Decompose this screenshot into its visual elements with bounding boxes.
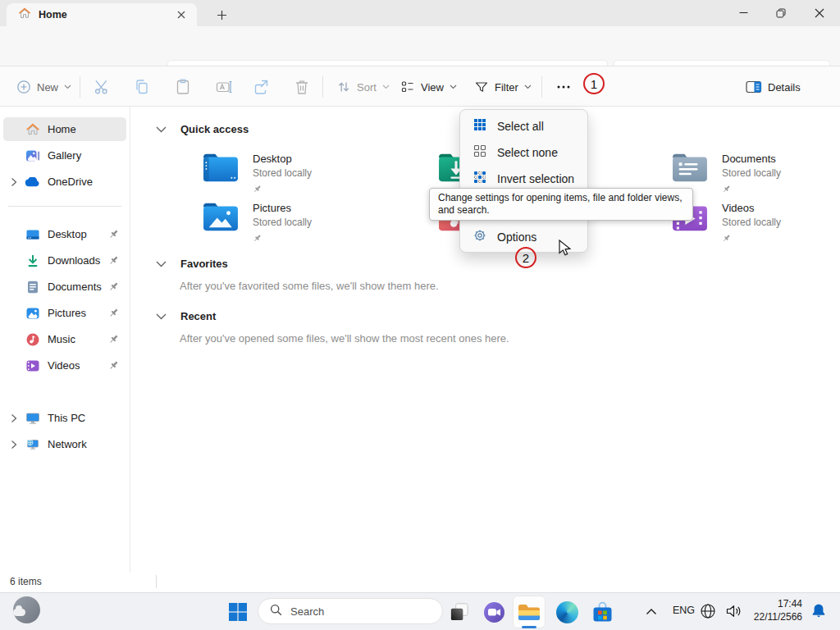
new-tab-button[interactable]	[212, 6, 231, 24]
onedrive-icon	[25, 174, 40, 189]
search-icon	[270, 604, 282, 619]
chevron-down-icon[interactable]	[156, 313, 167, 320]
view-button[interactable]: View	[395, 75, 462, 99]
see-more-button[interactable]	[551, 75, 576, 99]
chevron-right-icon[interactable]	[3, 440, 25, 450]
sidebar-item-home[interactable]: Home	[3, 117, 126, 141]
home-icon	[25, 121, 40, 137]
favorites-empty-text: After you've favorited some files, we'll…	[180, 280, 439, 292]
chevron-right-icon[interactable]	[3, 413, 25, 423]
gallery-icon	[25, 148, 40, 163]
pin-icon	[722, 182, 781, 197]
chevron-down-icon[interactable]	[156, 126, 167, 133]
clock-time: 17:44	[748, 597, 802, 610]
sidebar-item-videos[interactable]: Videos	[3, 354, 126, 377]
tab-strip: Home	[0, 0, 840, 26]
quick-access-tile-desktop[interactable]: Desktop Stored locally	[202, 151, 312, 197]
command-toolbar: New Sort View	[0, 66, 840, 107]
sidebar-item-pictures[interactable]: Pictures	[3, 301, 126, 325]
file-explorer-taskbar-icon[interactable]	[513, 596, 546, 628]
recent-header[interactable]: Recent	[156, 310, 216, 322]
pin-icon	[722, 231, 781, 246]
active-app-indicator	[522, 626, 536, 628]
minimize-button[interactable]	[724, 0, 762, 25]
annotation-step-2: 2	[515, 247, 536, 268]
delete-button[interactable]	[290, 75, 314, 99]
quick-access-tile-pictures[interactable]: Pictures Stored locally	[202, 200, 312, 246]
network-icon	[25, 436, 40, 452]
sort-button[interactable]: Sort	[331, 75, 395, 99]
sidebar-item-this-pc[interactable]: This PC	[3, 406, 126, 430]
edge-icon[interactable]	[555, 600, 578, 623]
widgets-cloud-icon	[13, 609, 25, 616]
taskbar: ENG 17:44 22/11/2566	[0, 592, 840, 630]
pin-icon	[107, 360, 120, 371]
documents-icon	[25, 279, 40, 294]
tile-subtitle: Stored locally	[722, 217, 781, 228]
paste-button[interactable]	[171, 75, 195, 99]
chat-icon[interactable]	[482, 600, 505, 623]
sidebar-item-documents[interactable]: Documents	[3, 275, 126, 299]
task-view-icon[interactable]	[447, 600, 472, 624]
pin-icon	[107, 334, 120, 345]
pin-icon	[107, 308, 120, 318]
sidebar-item-downloads[interactable]: Downloads	[3, 249, 126, 272]
filter-button[interactable]: Filter	[469, 75, 536, 99]
videos-icon	[25, 358, 40, 373]
share-button[interactable]	[249, 75, 273, 99]
tile-subtitle: Stored locally	[253, 217, 312, 228]
tile-subtitle: Stored locally	[722, 167, 781, 179]
desktop-icon	[25, 226, 40, 242]
network-globe-icon[interactable]	[699, 602, 717, 620]
details-button[interactable]: Details	[741, 75, 806, 99]
quick-access-header[interactable]: Quick access	[156, 123, 249, 135]
cut-button[interactable]	[89, 75, 114, 99]
tile-name: Documents	[722, 153, 781, 165]
select-none-icon	[473, 144, 486, 161]
mouse-cursor	[559, 240, 575, 261]
music-icon	[25, 331, 40, 347]
notification-bell-icon[interactable]	[809, 602, 829, 620]
taskbar-search-input[interactable]	[290, 605, 439, 618]
sidebar-item-music[interactable]: Music	[3, 327, 126, 351]
explorer-body: Home Gallery OneDrive	[0, 107, 840, 573]
restore-button[interactable]	[762, 0, 800, 25]
sidebar-item-network[interactable]: Network	[3, 432, 126, 456]
microsoft-store-icon[interactable]	[590, 600, 614, 624]
navigation-bar: Home	[0, 26, 840, 66]
language-indicator[interactable]: ENG	[673, 605, 695, 616]
close-button[interactable]	[800, 0, 839, 25]
volume-icon[interactable]	[724, 602, 743, 620]
pin-icon	[107, 229, 120, 240]
new-button[interactable]: New	[11, 75, 76, 99]
sidebar-item-onedrive[interactable]: OneDrive	[3, 170, 126, 194]
status-bar: 6 items	[0, 573, 840, 592]
menu-item-select-none[interactable]: Select none	[463, 139, 584, 166]
tile-name: Desktop	[253, 153, 312, 165]
taskbar-clock[interactable]: 17:44 22/11/2566	[748, 597, 802, 623]
menu-item-select-all[interactable]: Select all	[463, 113, 584, 139]
favorites-header[interactable]: Favorites	[156, 258, 228, 270]
start-button[interactable]	[226, 600, 249, 623]
tile-name: Pictures	[253, 202, 312, 214]
explorer-tab[interactable]: Home	[7, 3, 197, 26]
hidden-icons-chevron-icon[interactable]	[643, 603, 660, 619]
chevron-down-icon[interactable]	[156, 261, 167, 267]
tab-close-icon[interactable]	[172, 6, 190, 24]
desktop-folder-icon	[202, 151, 240, 197]
options-tooltip: Change settings for opening items, file …	[429, 188, 693, 221]
taskbar-search-box[interactable]	[258, 598, 443, 624]
see-more-menu: Select all Select none Invert selection …	[459, 109, 588, 253]
home-tab-icon	[18, 7, 31, 23]
sidebar-item-gallery[interactable]: Gallery	[3, 144, 126, 167]
copy-button[interactable]	[130, 75, 154, 99]
item-count: 6 items	[10, 576, 42, 587]
downloads-icon	[25, 253, 40, 268]
tab-title: Home	[39, 9, 67, 21]
chevron-right-icon[interactable]	[3, 177, 25, 187]
tile-subtitle: Stored locally	[253, 167, 312, 179]
sidebar-item-desktop[interactable]: Desktop	[3, 222, 126, 246]
pictures-icon	[25, 305, 40, 321]
annotation-step-1: 1	[583, 73, 605, 94]
rename-button[interactable]	[212, 75, 236, 99]
